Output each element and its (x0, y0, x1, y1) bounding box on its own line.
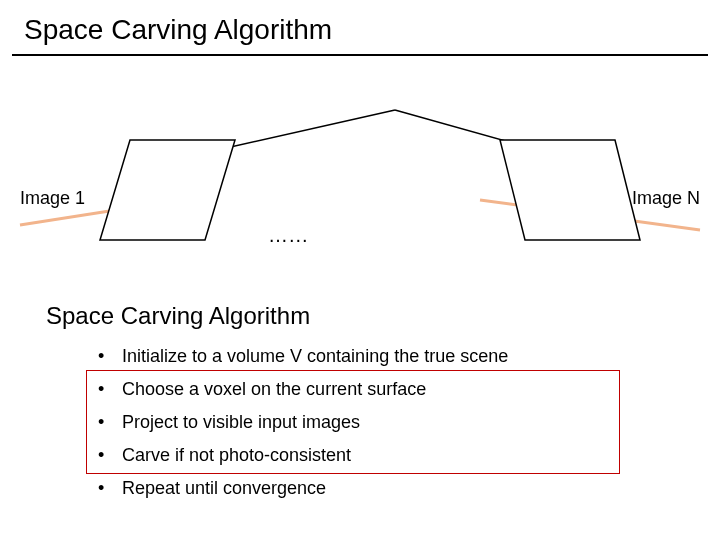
title-underline (12, 54, 708, 56)
list-item: • Repeat until convergence (98, 472, 508, 505)
space-carving-diagram (0, 60, 720, 260)
bullet-icon: • (98, 373, 122, 406)
bullet-icon: • (98, 406, 122, 439)
slide: Space Carving Algorithm Image 1 Image N … (0, 0, 720, 540)
bullet-text: Choose a voxel on the current surface (122, 373, 426, 406)
bullet-list: • Initialize to a volume V containing th… (98, 340, 508, 505)
bullet-icon: • (98, 340, 122, 373)
image-plane-n-icon (500, 140, 640, 240)
list-item: • Initialize to a volume V containing th… (98, 340, 508, 373)
ellipsis-label: …... (268, 224, 309, 247)
bullet-icon: • (98, 439, 122, 472)
page-title: Space Carving Algorithm (24, 14, 332, 46)
image-n-label: Image N (632, 188, 700, 209)
bullet-icon: • (98, 472, 122, 505)
bullet-text: Project to visible input images (122, 406, 360, 439)
list-item: • Carve if not photo-consistent (98, 439, 508, 472)
image-1-label: Image 1 (20, 188, 85, 209)
image-plane-1-icon (100, 140, 235, 240)
section-subhead: Space Carving Algorithm (46, 302, 310, 330)
bullet-text: Initialize to a volume V containing the … (122, 340, 508, 373)
bullet-text: Repeat until convergence (122, 472, 326, 505)
bullet-text: Carve if not photo-consistent (122, 439, 351, 472)
list-item: • Choose a voxel on the current surface (98, 373, 508, 406)
list-item: • Project to visible input images (98, 406, 508, 439)
